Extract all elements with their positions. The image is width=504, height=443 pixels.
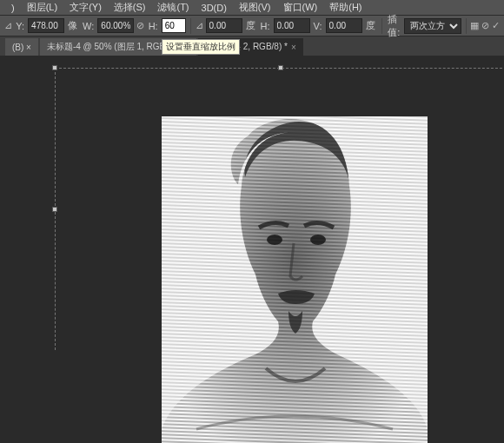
menu-item-select[interactable]: 选择(S): [108, 1, 152, 14]
menu-item-filter[interactable]: 滤镜(T): [151, 1, 195, 14]
menu-item-type[interactable]: 文字(Y): [63, 1, 108, 14]
divider: [466, 18, 467, 34]
interpolation-select[interactable]: 两次立方: [404, 18, 461, 34]
h-input[interactable]: [162, 18, 186, 33]
divider: [381, 18, 382, 34]
canvas-image: [162, 116, 428, 443]
menu-item-window[interactable]: 窗口(W): [277, 1, 324, 14]
transform-handle[interactable]: [278, 65, 283, 70]
vskew-input[interactable]: [326, 18, 362, 33]
options-bar: ⊿ Y: 像 W: ⊘ H: ⊿ 度 H: V: 度 插值: 两次立方 ▦ ⊘ …: [0, 16, 504, 36]
svg-point-6: [267, 235, 282, 245]
angle-icon: ⊿: [195, 18, 203, 34]
hskew-input[interactable]: [274, 18, 310, 33]
transform-handle[interactable]: [52, 207, 57, 212]
canvas-area[interactable]: [0, 56, 504, 443]
reference-point-icon[interactable]: ⊿: [3, 18, 12, 34]
h-label: H:: [149, 21, 158, 31]
skew-unit: 度: [366, 19, 375, 32]
w-input[interactable]: [97, 18, 134, 33]
hskew-label: H:: [261, 21, 270, 31]
menu-item[interactable]: ): [5, 3, 21, 13]
y-label: Y:: [16, 21, 24, 31]
portrait-image: [162, 116, 428, 443]
svg-point-7: [310, 235, 326, 245]
menu-bar: ) 图层(L) 文字(Y) 选择(S) 滤镜(T) 3D(D) 视图(V) 窗口…: [0, 0, 504, 16]
y-unit: 像: [68, 19, 77, 32]
angle-unit: 度: [246, 19, 255, 32]
tab[interactable]: (B) ×: [5, 38, 38, 56]
y-input[interactable]: [28, 18, 64, 33]
angle-input[interactable]: [206, 18, 242, 33]
menu-item-view[interactable]: 视图(V): [233, 1, 277, 14]
warp-icon[interactable]: ▦: [470, 18, 479, 34]
menu-item-help[interactable]: 帮助(H): [323, 1, 368, 14]
tab[interactable]: 未标题-4 @ 50% (图层 1, RGB/8) * × 设置垂直缩放比例: [40, 38, 196, 56]
cancel-icon[interactable]: ⊘: [481, 18, 489, 34]
vskew-label: V:: [314, 21, 322, 31]
commit-icon[interactable]: ✓: [492, 18, 501, 34]
tab-label: (B) ×: [12, 43, 31, 52]
transform-handle[interactable]: [52, 65, 57, 70]
w-label: W:: [83, 21, 94, 31]
divider: [190, 18, 191, 34]
menu-item-3d[interactable]: 3D(D): [196, 3, 233, 13]
tabs-bar: (B) × 未标题-4 @ 50% (图层 1, RGB/8) * × 设置垂直…: [0, 36, 504, 56]
menu-item-layer[interactable]: 图层(L): [21, 1, 63, 14]
link-icon[interactable]: ⊘: [136, 18, 144, 34]
tooltip: 设置垂直缩放比例: [162, 39, 240, 55]
interp-label: 插值:: [388, 13, 400, 39]
close-icon[interactable]: ×: [291, 43, 296, 52]
